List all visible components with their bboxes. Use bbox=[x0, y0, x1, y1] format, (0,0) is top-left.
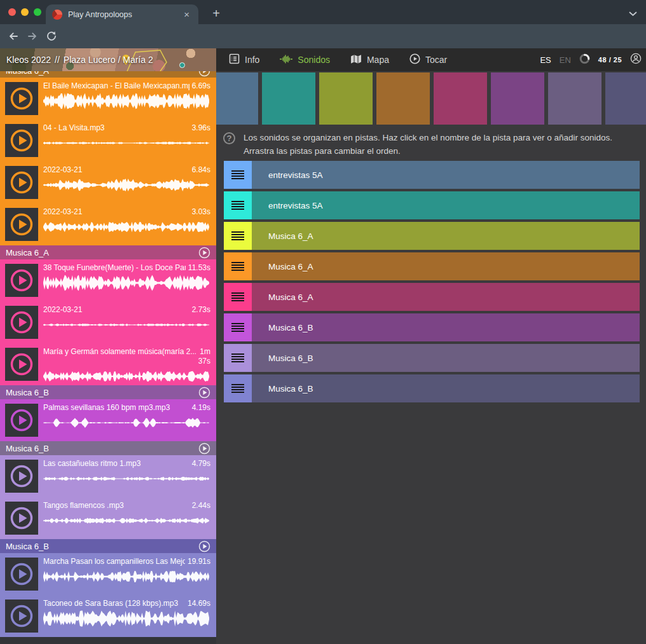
clip-play-button[interactable] bbox=[5, 208, 38, 241]
track-color-swatch[interactable] bbox=[548, 72, 601, 125]
section-play-icon[interactable] bbox=[198, 71, 210, 77]
tab-mapa[interactable]: Mapa bbox=[350, 54, 389, 66]
clip-play-button[interactable] bbox=[5, 502, 38, 535]
clip-play-button[interactable] bbox=[5, 404, 38, 437]
clip-info: Las castañuelas ritmo 1.mp34.79s bbox=[43, 455, 210, 488]
maximize-window-button[interactable] bbox=[34, 8, 41, 16]
track-drag-handle[interactable] bbox=[224, 222, 252, 250]
breadcrumb-project: Kleos 2022 bbox=[6, 55, 51, 65]
track-row[interactable]: entrevistas 5A bbox=[224, 191, 640, 219]
clip-section-header[interactable]: Musica 6_A bbox=[0, 71, 216, 78]
section-play-icon[interactable] bbox=[198, 387, 210, 399]
audio-clip[interactable]: 04 - La Visita.mp33.96s bbox=[0, 120, 216, 161]
forward-button[interactable] bbox=[23, 27, 42, 46]
audio-waveform bbox=[43, 316, 210, 334]
track-name[interactable]: entrevistas 5A bbox=[252, 191, 640, 219]
track-drag-handle[interactable] bbox=[224, 252, 252, 280]
clip-play-button[interactable] bbox=[5, 558, 38, 591]
clip-duration: 11.53s bbox=[188, 263, 210, 273]
audio-clip[interactable]: El Baile Mexicapan - El Baile Mexicapan.… bbox=[0, 78, 216, 120]
track-drag-handle[interactable] bbox=[224, 161, 252, 189]
track-name[interactable]: Musica 6_B bbox=[252, 313, 640, 341]
track-drag-handle[interactable] bbox=[224, 344, 252, 372]
tab-tocar[interactable]: Tocar bbox=[409, 53, 447, 66]
track-name[interactable]: Musica 6_A bbox=[252, 283, 640, 311]
track-row[interactable]: Musica 6_B bbox=[224, 313, 640, 341]
minimize-window-button[interactable] bbox=[21, 8, 29, 16]
clip-info: 2022-03-213.03s bbox=[43, 203, 210, 236]
audio-clip[interactable]: Tangos flamencos .mp32.44s bbox=[0, 497, 216, 539]
lang-en-button[interactable]: EN bbox=[560, 55, 571, 65]
audio-clip[interactable]: 2022-03-212.73s bbox=[0, 301, 216, 343]
clip-play-button[interactable] bbox=[5, 82, 38, 115]
audio-clip[interactable]: Las castañuelas ritmo 1.mp34.79s bbox=[0, 455, 216, 497]
account-icon[interactable] bbox=[630, 53, 642, 67]
browser-tab[interactable]: Play Antropoloops × bbox=[46, 4, 198, 24]
track-name[interactable]: Musica 6_B bbox=[252, 374, 640, 402]
clip-play-button[interactable] bbox=[5, 124, 38, 157]
map-thumbnail[interactable]: Kleos 2022//Plaza Lucero / María 2 bbox=[0, 48, 216, 71]
audio-clip[interactable]: 2022-03-216.84s bbox=[0, 161, 216, 203]
track-color-swatch[interactable] bbox=[605, 72, 646, 125]
audio-clip[interactable]: Marcha Pasan los campanilleros Las Mejor… bbox=[0, 553, 216, 595]
audio-clip[interactable]: Palmas sevillanas 160 bpm mp3.mp34.19s bbox=[0, 399, 216, 441]
track-name[interactable]: Musica 6_B bbox=[252, 344, 640, 372]
clip-play-button[interactable] bbox=[5, 306, 38, 339]
breadcrumb: Kleos 2022//Plaza Lucero / María 2 bbox=[0, 48, 216, 71]
clip-title: El Baile Mexicapan - El Baile Mexicapan.… bbox=[43, 81, 189, 91]
track-drag-handle[interactable] bbox=[224, 283, 252, 311]
play-circle-icon bbox=[409, 53, 420, 66]
section-play-icon[interactable] bbox=[198, 442, 210, 455]
clip-info: 2022-03-212.73s bbox=[43, 301, 210, 334]
tab-close-icon[interactable]: × bbox=[181, 8, 192, 20]
track-name[interactable]: entrevistas 5A bbox=[252, 161, 640, 189]
back-button[interactable] bbox=[4, 27, 23, 46]
track-row[interactable]: Musica 6_A bbox=[224, 283, 640, 311]
loading-spinner-icon bbox=[579, 53, 590, 67]
tab-info[interactable]: Info bbox=[229, 53, 259, 66]
drag-grip-icon bbox=[231, 323, 244, 332]
tab-sonidos[interactable]: Sonidos bbox=[280, 54, 330, 66]
clip-play-button[interactable] bbox=[5, 599, 38, 633]
audio-clip[interactable]: 2022-03-213.03s bbox=[0, 203, 216, 245]
track-row[interactable]: Musica 6_A bbox=[224, 222, 640, 250]
tab-sonidos-label: Sonidos bbox=[298, 55, 330, 65]
section-play-icon[interactable] bbox=[198, 247, 210, 259]
track-name[interactable]: Musica 6_A bbox=[252, 252, 640, 280]
section-play-icon[interactable] bbox=[198, 540, 210, 552]
track-color-swatch[interactable] bbox=[434, 72, 487, 125]
close-window-button[interactable] bbox=[8, 8, 16, 16]
audio-clip[interactable]: Taconeo de Sara Baras (128 kbps).mp314.6… bbox=[0, 595, 216, 637]
clip-section-header[interactable]: Musica 6_B bbox=[0, 539, 216, 553]
track-color-swatch[interactable] bbox=[376, 72, 430, 125]
tab-search-chevron-icon[interactable] bbox=[629, 8, 637, 19]
track-row[interactable]: Musica 6_B bbox=[224, 344, 640, 372]
track-drag-handle[interactable] bbox=[224, 313, 252, 341]
track-list: entrevistas 5Aentrevistas 5AMusica 6_AMu… bbox=[224, 161, 640, 405]
clip-info: Marcha Pasan los campanilleros Las Mejor… bbox=[43, 553, 210, 586]
track-drag-handle[interactable] bbox=[224, 374, 252, 402]
clip-section-header[interactable]: Musica 6_B bbox=[0, 441, 216, 455]
track-color-swatch[interactable] bbox=[262, 72, 315, 125]
audio-clip[interactable]: María y Germán solamente música(maría 2.… bbox=[0, 343, 216, 385]
clip-title: 2022-03-21 bbox=[43, 305, 189, 315]
clip-play-button[interactable] bbox=[5, 460, 38, 493]
clip-section-name: Musica 6_A bbox=[6, 248, 49, 257]
clip-section-header[interactable]: Musica 6_B bbox=[0, 385, 216, 399]
track-color-swatch[interactable] bbox=[491, 72, 544, 125]
breadcrumb-separator: // bbox=[55, 55, 60, 65]
track-row[interactable]: Musica 6_B bbox=[224, 374, 640, 402]
clip-play-button[interactable] bbox=[5, 166, 38, 199]
audio-clip[interactable]: 38 Toque Funebre(Muerte) - Los Doce Par.… bbox=[0, 259, 216, 301]
clip-play-button[interactable] bbox=[5, 264, 38, 297]
track-name[interactable]: Musica 6_A bbox=[252, 222, 640, 250]
reload-button[interactable] bbox=[42, 27, 61, 46]
track-drag-handle[interactable] bbox=[224, 191, 252, 219]
clip-section-header[interactable]: Musica 6_A bbox=[0, 245, 216, 259]
track-color-swatch[interactable] bbox=[319, 72, 373, 125]
new-tab-button[interactable]: + bbox=[207, 5, 225, 23]
track-row[interactable]: entrevistas 5A bbox=[224, 161, 640, 189]
lang-es-button[interactable]: ES bbox=[540, 55, 551, 65]
track-row[interactable]: Musica 6_A bbox=[224, 252, 640, 280]
clip-play-button[interactable] bbox=[5, 348, 38, 381]
